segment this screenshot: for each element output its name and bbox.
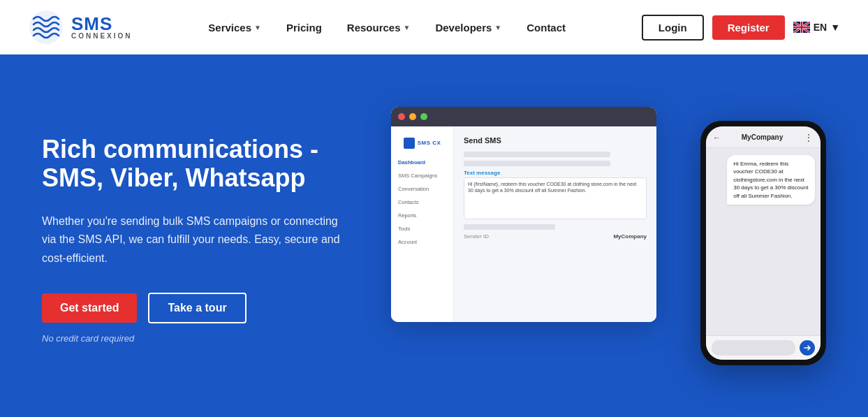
browser-close-dot xyxy=(398,113,405,120)
hero-right: SMS CX Dashboard SMS Campaigns Conversat… xyxy=(391,100,826,379)
dashboard-main: Send SMS Text message Hi {firstName}, re… xyxy=(454,126,656,322)
logo-connexion-text: CONNEXION xyxy=(71,33,133,40)
app-sidebar: SMS CX Dashboard SMS Campaigns Conversat… xyxy=(391,126,454,322)
no-credit-card-notice: No credit card required xyxy=(42,333,391,344)
nav-pricing[interactable]: Pricing xyxy=(286,22,322,34)
phone-mockup: ← MyCompany ⋮ Hi Emma, redeem this vouch… xyxy=(700,121,826,365)
flag-icon xyxy=(793,22,810,33)
developers-dropdown-icon: ▼ xyxy=(494,24,501,31)
sender-row: Sender ID MyCompany xyxy=(464,233,647,240)
logo-icon xyxy=(28,9,64,45)
phone-send-button[interactable] xyxy=(800,340,815,356)
form-field-bar-3 xyxy=(464,224,555,230)
app-logo-icon xyxy=(404,138,415,149)
sidebar-item-dashboard[interactable]: Dashboard xyxy=(391,156,453,169)
hero-title: Rich communications - SMS, Viber, Whatsa… xyxy=(42,135,363,193)
phone-input-bar xyxy=(706,335,821,360)
sidebar-item-account[interactable]: Account xyxy=(391,235,453,249)
form-field-bar-1 xyxy=(464,152,610,157)
sender-id-label: Sender ID xyxy=(464,233,489,240)
phone-back-button[interactable]: ← xyxy=(713,133,721,142)
sidebar-item-tools[interactable]: Tools xyxy=(391,222,453,235)
phone-more-button[interactable]: ⋮ xyxy=(804,132,814,143)
message-text-area[interactable]: Hi {firstName}, redeem this voucher CODE… xyxy=(464,177,647,219)
logo-sms-text: SMS xyxy=(71,15,133,33)
browser-body: SMS CX Dashboard SMS Campaigns Conversat… xyxy=(391,126,656,322)
take-a-tour-button[interactable]: Take a tour xyxy=(148,293,246,323)
nav-developers[interactable]: Developers ▼ xyxy=(435,22,501,34)
browser-minimize-dot xyxy=(409,113,416,120)
sidebar-item-sms-campaigns[interactable]: SMS Campaigns xyxy=(391,169,453,182)
phone-header: ← MyCompany ⋮ xyxy=(706,126,821,148)
login-button[interactable]: Login xyxy=(642,15,704,41)
phone-contact-name: MyCompany xyxy=(742,133,783,141)
text-message-label: Text message xyxy=(464,170,647,176)
browser-top-bar xyxy=(391,107,656,126)
phone-message-bubble: Hi Emma, redeem this voucher CODE30 at c… xyxy=(727,155,815,205)
language-selector[interactable]: EN ▼ xyxy=(793,22,840,33)
dashboard-mockup: SMS CX Dashboard SMS Campaigns Conversat… xyxy=(391,107,656,322)
app-logo: SMS CX xyxy=(391,133,453,156)
send-sms-title: Send SMS xyxy=(464,136,647,145)
nav-resources[interactable]: Resources ▼ xyxy=(347,22,411,34)
form-field-bar-2 xyxy=(464,161,610,166)
hero-buttons: Get started Take a tour xyxy=(42,293,391,323)
nav-services[interactable]: Services ▼ xyxy=(208,22,261,34)
phone-screen: ← MyCompany ⋮ Hi Emma, redeem this vouch… xyxy=(706,126,821,360)
sender-id-value: MyCompany xyxy=(613,233,647,240)
lang-label: EN xyxy=(814,22,827,33)
hero-description: Whether you're sending bulk SMS campaign… xyxy=(42,212,342,268)
sidebar-item-conversation[interactable]: Conversation xyxy=(391,182,453,196)
get-started-button[interactable]: Get started xyxy=(42,293,137,323)
nav-contact[interactable]: Contact xyxy=(527,22,566,34)
phone-text-input[interactable] xyxy=(712,340,795,356)
register-button[interactable]: Register xyxy=(712,15,785,40)
services-dropdown-icon: ▼ xyxy=(254,24,261,31)
phone-messages: Hi Emma, redeem this voucher CODE30 at c… xyxy=(706,148,821,335)
send-icon xyxy=(804,344,811,351)
resources-dropdown-icon: ▼ xyxy=(404,24,411,31)
sidebar-item-reports[interactable]: Reports xyxy=(391,209,453,222)
lang-dropdown-icon: ▼ xyxy=(830,22,840,33)
hero-left: Rich communications - SMS, Viber, Whatsa… xyxy=(42,135,391,344)
logo[interactable]: SMS CONNEXION xyxy=(28,9,133,45)
browser-maximize-dot xyxy=(420,113,427,120)
app-logo-text: SMS CX xyxy=(418,140,441,146)
sidebar-item-contacts[interactable]: Contacts xyxy=(391,196,453,209)
hero-section: Rich communications - SMS, Viber, Whatsa… xyxy=(0,54,868,417)
